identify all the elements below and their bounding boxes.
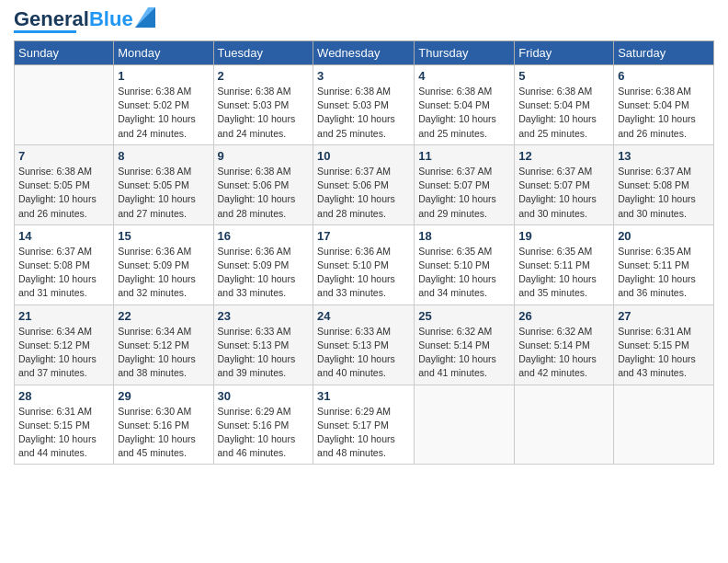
day-info: Sunrise: 6:37 AM Sunset: 5:07 PM Dayligh… xyxy=(518,165,609,221)
calendar-cell: 31Sunrise: 6:29 AM Sunset: 5:17 PM Dayli… xyxy=(313,385,415,465)
day-info: Sunrise: 6:31 AM Sunset: 5:15 PM Dayligh… xyxy=(618,325,710,381)
day-info: Sunrise: 6:36 AM Sunset: 5:09 PM Dayligh… xyxy=(118,245,209,301)
day-info: Sunrise: 6:38 AM Sunset: 5:04 PM Dayligh… xyxy=(518,85,609,141)
day-number: 14 xyxy=(18,229,109,243)
calendar-cell: 26Sunrise: 6:32 AM Sunset: 5:14 PM Dayli… xyxy=(515,304,614,385)
calendar-cell: 14Sunrise: 6:37 AM Sunset: 5:08 PM Dayli… xyxy=(15,224,114,304)
calendar-cell: 9Sunrise: 6:38 AM Sunset: 5:06 PM Daylig… xyxy=(213,144,313,224)
weekday-header: Thursday xyxy=(415,41,515,65)
calendar-cell: 10Sunrise: 6:37 AM Sunset: 5:06 PM Dayli… xyxy=(313,144,415,224)
day-number: 23 xyxy=(218,309,310,323)
day-info: Sunrise: 6:38 AM Sunset: 5:04 PM Dayligh… xyxy=(618,85,710,141)
calendar-cell: 12Sunrise: 6:37 AM Sunset: 5:07 PM Dayli… xyxy=(515,144,614,224)
calendar-cell: 15Sunrise: 6:36 AM Sunset: 5:09 PM Dayli… xyxy=(114,224,213,304)
calendar-cell: 7Sunrise: 6:38 AM Sunset: 5:05 PM Daylig… xyxy=(15,144,114,224)
day-info: Sunrise: 6:38 AM Sunset: 5:03 PM Dayligh… xyxy=(218,85,310,141)
day-number: 16 xyxy=(218,229,310,243)
day-info: Sunrise: 6:38 AM Sunset: 5:04 PM Dayligh… xyxy=(418,85,510,141)
calendar-cell: 16Sunrise: 6:36 AM Sunset: 5:09 PM Dayli… xyxy=(213,224,313,304)
day-info: Sunrise: 6:38 AM Sunset: 5:02 PM Dayligh… xyxy=(118,85,209,141)
calendar-cell: 2Sunrise: 6:38 AM Sunset: 5:03 PM Daylig… xyxy=(213,65,313,145)
day-number: 26 xyxy=(518,309,609,323)
calendar-cell: 29Sunrise: 6:30 AM Sunset: 5:16 PM Dayli… xyxy=(114,385,213,465)
calendar-cell: 3Sunrise: 6:38 AM Sunset: 5:03 PM Daylig… xyxy=(313,65,415,145)
calendar-cell: 27Sunrise: 6:31 AM Sunset: 5:15 PM Dayli… xyxy=(614,304,714,385)
day-number: 30 xyxy=(218,389,310,403)
day-number: 7 xyxy=(18,149,109,163)
calendar-cell: 25Sunrise: 6:32 AM Sunset: 5:14 PM Dayli… xyxy=(415,304,515,385)
day-number: 6 xyxy=(618,69,710,83)
day-number: 21 xyxy=(18,309,109,323)
day-info: Sunrise: 6:36 AM Sunset: 5:10 PM Dayligh… xyxy=(317,245,410,301)
day-number: 3 xyxy=(317,69,410,83)
day-number: 9 xyxy=(218,149,310,163)
weekday-header: Saturday xyxy=(614,41,714,65)
day-number: 29 xyxy=(118,389,209,403)
day-number: 25 xyxy=(418,309,510,323)
day-info: Sunrise: 6:30 AM Sunset: 5:16 PM Dayligh… xyxy=(118,405,209,461)
day-info: Sunrise: 6:38 AM Sunset: 5:05 PM Dayligh… xyxy=(118,165,209,221)
calendar-cell: 1Sunrise: 6:38 AM Sunset: 5:02 PM Daylig… xyxy=(114,65,213,145)
day-number: 20 xyxy=(618,229,710,243)
calendar-cell: 17Sunrise: 6:36 AM Sunset: 5:10 PM Dayli… xyxy=(313,224,415,304)
calendar-cell: 30Sunrise: 6:29 AM Sunset: 5:16 PM Dayli… xyxy=(213,385,313,465)
day-info: Sunrise: 6:31 AM Sunset: 5:15 PM Dayligh… xyxy=(18,405,109,461)
logo-icon xyxy=(135,7,155,28)
day-info: Sunrise: 6:29 AM Sunset: 5:16 PM Dayligh… xyxy=(218,405,310,461)
calendar-cell: 4Sunrise: 6:38 AM Sunset: 5:04 PM Daylig… xyxy=(415,65,515,145)
calendar-cell: 20Sunrise: 6:35 AM Sunset: 5:11 PM Dayli… xyxy=(614,224,714,304)
day-number: 1 xyxy=(118,69,209,83)
logo: GeneralBlue xyxy=(14,9,155,33)
day-number: 10 xyxy=(317,149,410,163)
day-info: Sunrise: 6:36 AM Sunset: 5:09 PM Dayligh… xyxy=(218,245,310,301)
weekday-header: Tuesday xyxy=(213,41,313,65)
day-info: Sunrise: 6:34 AM Sunset: 5:12 PM Dayligh… xyxy=(18,325,109,381)
day-number: 15 xyxy=(118,229,209,243)
calendar-table: SundayMondayTuesdayWednesdayThursdayFrid… xyxy=(14,40,714,465)
calendar-cell xyxy=(415,385,515,465)
calendar-cell: 6Sunrise: 6:38 AM Sunset: 5:04 PM Daylig… xyxy=(614,65,714,145)
day-info: Sunrise: 6:35 AM Sunset: 5:11 PM Dayligh… xyxy=(618,245,710,301)
day-info: Sunrise: 6:33 AM Sunset: 5:13 PM Dayligh… xyxy=(218,325,310,381)
day-number: 24 xyxy=(317,309,410,323)
day-info: Sunrise: 6:38 AM Sunset: 5:05 PM Dayligh… xyxy=(18,165,109,221)
day-info: Sunrise: 6:37 AM Sunset: 5:06 PM Dayligh… xyxy=(317,165,410,221)
day-number: 17 xyxy=(317,229,410,243)
calendar-cell: 18Sunrise: 6:35 AM Sunset: 5:10 PM Dayli… xyxy=(415,224,515,304)
calendar-cell: 5Sunrise: 6:38 AM Sunset: 5:04 PM Daylig… xyxy=(515,65,614,145)
day-info: Sunrise: 6:37 AM Sunset: 5:07 PM Dayligh… xyxy=(418,165,510,221)
day-number: 27 xyxy=(618,309,710,323)
calendar-cell: 8Sunrise: 6:38 AM Sunset: 5:05 PM Daylig… xyxy=(114,144,213,224)
calendar-cell xyxy=(515,385,614,465)
calendar-cell: 28Sunrise: 6:31 AM Sunset: 5:15 PM Dayli… xyxy=(15,385,114,465)
day-number: 12 xyxy=(518,149,609,163)
calendar-cell: 24Sunrise: 6:33 AM Sunset: 5:13 PM Dayli… xyxy=(313,304,415,385)
calendar-cell xyxy=(614,385,714,465)
day-number: 4 xyxy=(418,69,510,83)
day-info: Sunrise: 6:34 AM Sunset: 5:12 PM Dayligh… xyxy=(118,325,209,381)
day-number: 2 xyxy=(218,69,310,83)
logo-text: GeneralBlue xyxy=(14,9,133,29)
svg-marker-1 xyxy=(135,7,155,28)
day-info: Sunrise: 6:35 AM Sunset: 5:10 PM Dayligh… xyxy=(418,245,510,301)
day-info: Sunrise: 6:29 AM Sunset: 5:17 PM Dayligh… xyxy=(317,405,410,461)
calendar-cell xyxy=(15,65,114,145)
day-number: 8 xyxy=(118,149,209,163)
calendar-cell: 22Sunrise: 6:34 AM Sunset: 5:12 PM Dayli… xyxy=(114,304,213,385)
day-info: Sunrise: 6:35 AM Sunset: 5:11 PM Dayligh… xyxy=(518,245,609,301)
weekday-header: Sunday xyxy=(15,41,114,65)
day-info: Sunrise: 6:38 AM Sunset: 5:06 PM Dayligh… xyxy=(218,165,310,221)
weekday-header: Friday xyxy=(515,41,614,65)
day-info: Sunrise: 6:32 AM Sunset: 5:14 PM Dayligh… xyxy=(518,325,609,381)
day-info: Sunrise: 6:33 AM Sunset: 5:13 PM Dayligh… xyxy=(317,325,410,381)
day-info: Sunrise: 6:32 AM Sunset: 5:14 PM Dayligh… xyxy=(418,325,510,381)
calendar-cell: 21Sunrise: 6:34 AM Sunset: 5:12 PM Dayli… xyxy=(15,304,114,385)
calendar-cell: 11Sunrise: 6:37 AM Sunset: 5:07 PM Dayli… xyxy=(415,144,515,224)
day-info: Sunrise: 6:38 AM Sunset: 5:03 PM Dayligh… xyxy=(317,85,410,141)
day-number: 11 xyxy=(418,149,510,163)
calendar-cell: 23Sunrise: 6:33 AM Sunset: 5:13 PM Dayli… xyxy=(213,304,313,385)
page-header: GeneralBlue xyxy=(14,9,714,33)
day-number: 28 xyxy=(18,389,109,403)
day-number: 13 xyxy=(618,149,710,163)
day-info: Sunrise: 6:37 AM Sunset: 5:08 PM Dayligh… xyxy=(18,245,109,301)
